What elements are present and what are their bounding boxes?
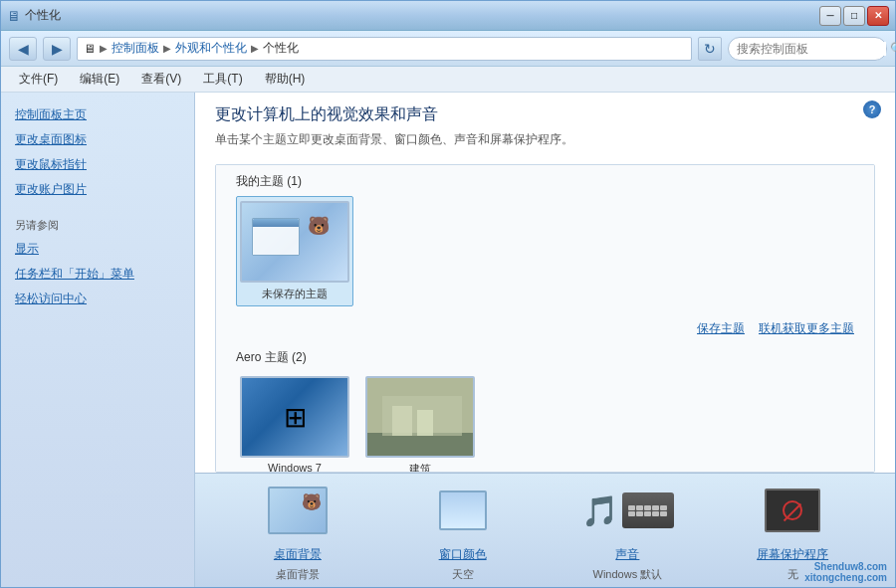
my-themes-grid: 🐻 未保存的主题: [236, 196, 854, 316]
addressbar: ◀ ▶ 🖥 ▶ 控制面板 ▶ 外观和个性化 ▶ 个性化 ↻ 🔍: [1, 31, 895, 67]
screensaver-sublabel: 无: [787, 567, 798, 582]
watermark: Shenduw8.com xitongcheng.com: [804, 561, 887, 583]
close-button[interactable]: ✕: [867, 6, 889, 26]
menubar: 文件(F) 编辑(E) 查看(V) 工具(T) 帮助(H): [1, 67, 895, 93]
unsaved-window: [252, 218, 300, 256]
key1: [628, 505, 635, 510]
sidebar-link-accessibility[interactable]: 轻松访问中心: [15, 287, 180, 311]
sidebar-link-taskbar[interactable]: 任务栏和「开始」菜单: [15, 262, 180, 287]
theme-label-aero2: 建筑: [409, 462, 431, 473]
content-subtitle: 单击某个主题立即更改桌面背景、窗口颜色、声音和屏幕保护程序。: [215, 131, 875, 148]
screensaver-line: [784, 503, 801, 521]
minimize-button[interactable]: ─: [819, 6, 841, 26]
key10: [660, 511, 667, 516]
theme-actions: 保存主题 联机获取更多主题: [236, 316, 854, 341]
aero2-svg: [367, 378, 475, 458]
bottom-item-sound[interactable]: 🎵: [577, 479, 677, 582]
theme-item-unsaved[interactable]: 🐻 未保存的主题: [236, 196, 353, 306]
main-window: 🖥 个性化 ─ □ ✕ ◀ ▶ 🖥 ▶ 控制面板 ▶ 外观和个性化 ▶ 个性化 …: [0, 0, 896, 588]
theme-label-unsaved: 未保存的主题: [262, 287, 328, 301]
sidebar-item-home[interactable]: 控制面板主页: [1, 102, 194, 127]
search-bar: 🔍: [728, 37, 887, 61]
sidebar-also-see-title: 另请参阅: [15, 218, 180, 233]
breadcrumb-item-1[interactable]: 控制面板: [112, 40, 159, 57]
aero1-bg: ⊞: [242, 378, 347, 456]
refresh-button[interactable]: ↻: [698, 37, 722, 61]
sidebar-item-desktop-icons[interactable]: 更改桌面图标: [1, 127, 194, 152]
menu-tools[interactable]: 工具(T): [193, 69, 252, 90]
breadcrumb-current: 个性化: [263, 40, 299, 57]
desktop-bg-icon: 🐻: [268, 487, 328, 534]
content-header: 更改计算机上的视觉效果和声音 单击某个主题立即更改桌面背景、窗口颜色、声音和屏幕…: [195, 93, 895, 164]
svg-rect-4: [417, 410, 433, 436]
save-theme-link[interactable]: 保存主题: [697, 320, 745, 337]
breadcrumb-item-2[interactable]: 外观和个性化: [175, 40, 247, 57]
window-color-label[interactable]: 窗口颜色: [439, 546, 487, 563]
window-color-icon-wrap: [431, 479, 495, 542]
breadcrumb-sep3: ▶: [251, 43, 259, 54]
screensaver-circle: [783, 500, 802, 520]
theme-img-aero1: ⊞: [240, 376, 349, 458]
sidebar-item-account-pic[interactable]: 更改账户图片: [1, 177, 194, 202]
sound-label[interactable]: 声音: [615, 546, 639, 563]
menu-help[interactable]: 帮助(H): [255, 69, 316, 90]
desktop-bg-label[interactable]: 桌面背景: [274, 546, 322, 563]
window-color-icon: [439, 490, 487, 530]
search-input[interactable]: [737, 42, 886, 56]
help-button[interactable]: ?: [863, 100, 881, 118]
unsaved-theme-bg: 🐻: [242, 203, 347, 281]
window-title: 个性化: [25, 7, 61, 24]
keyboard-icon: [622, 492, 674, 528]
theme-item-aero1[interactable]: ⊞ Windows 7: [236, 372, 353, 473]
desktop-bg-bear-icon: 🐻: [302, 492, 322, 511]
watermark-line1: Shenduw8.com: [804, 561, 887, 572]
maximize-button[interactable]: □: [843, 6, 865, 26]
get-more-themes-link[interactable]: 联机获取更多主题: [759, 320, 854, 337]
screensaver-icon-wrap: [761, 479, 824, 542]
breadcrumb-sep2: ▶: [163, 43, 171, 54]
menu-view[interactable]: 查看(V): [131, 69, 191, 90]
sidebar-link-display[interactable]: 显示: [15, 237, 180, 262]
music-notes-icon: 🎵: [581, 493, 618, 528]
aero2-bg: [367, 378, 473, 456]
key5: [660, 505, 667, 510]
bottom-item-window-color[interactable]: 窗口颜色 天空: [413, 479, 513, 582]
breadcrumb-sep1: ▶: [100, 43, 108, 54]
window-icon: 🖥: [7, 8, 21, 24]
theme-item-aero2[interactable]: 建筑: [361, 372, 479, 473]
theme-img-aero2: [365, 376, 475, 458]
back-button[interactable]: ◀: [9, 37, 37, 61]
sidebar-also-see: 另请参阅 显示 任务栏和「开始」菜单 轻松访问中心: [1, 218, 194, 311]
unsaved-window-bar: [253, 219, 299, 227]
svg-rect-1: [367, 433, 475, 458]
forward-button[interactable]: ▶: [43, 37, 71, 61]
sound-icon-wrap: 🎵: [595, 479, 659, 542]
key9: [652, 511, 659, 516]
desktop-bg-sublabel: 桌面背景: [276, 567, 320, 582]
window-color-sublabel: 天空: [452, 567, 474, 582]
bottom-bar: 🐻 桌面背景 桌面背景 窗口颜色 天空: [195, 473, 895, 587]
key8: [644, 511, 651, 516]
aero-themes-title: Aero 主题 (2): [236, 341, 854, 372]
theme-area[interactable]: 我的主题 (1) 🐻 未保存的主题: [215, 164, 875, 473]
menu-edit[interactable]: 编辑(E): [70, 69, 129, 90]
theme-img-unsaved: 🐻: [240, 201, 349, 283]
content-panel: ? 更改计算机上的视觉效果和声音 单击某个主题立即更改桌面背景、窗口颜色、声音和…: [195, 93, 895, 587]
titlebar: 🖥 个性化 ─ □ ✕: [1, 1, 895, 31]
aero-themes-grid: ⊞ Windows 7: [236, 372, 854, 473]
key2: [636, 505, 643, 510]
sound-sublabel: Windows 默认: [593, 567, 663, 582]
bottom-item-desktop-bg[interactable]: 🐻 桌面背景 桌面背景: [248, 479, 347, 582]
menu-file[interactable]: 文件(F): [9, 69, 68, 90]
svg-rect-3: [392, 406, 412, 436]
titlebar-controls: ─ □ ✕: [819, 6, 889, 26]
sidebar-item-mouse[interactable]: 更改鼠标指针: [1, 152, 194, 177]
search-icon: 🔍: [890, 42, 896, 56]
my-themes-title: 我的主题 (1): [236, 165, 854, 196]
breadcrumb-icon: 🖥: [84, 42, 96, 56]
key7: [636, 511, 643, 516]
breadcrumb: 🖥 ▶ 控制面板 ▶ 外观和个性化 ▶ 个性化: [77, 37, 692, 61]
content-title: 更改计算机上的视觉效果和声音: [215, 104, 875, 125]
keyboard-keys: [628, 505, 667, 516]
desktop-bg-icon-wrap: 🐻: [266, 479, 330, 542]
